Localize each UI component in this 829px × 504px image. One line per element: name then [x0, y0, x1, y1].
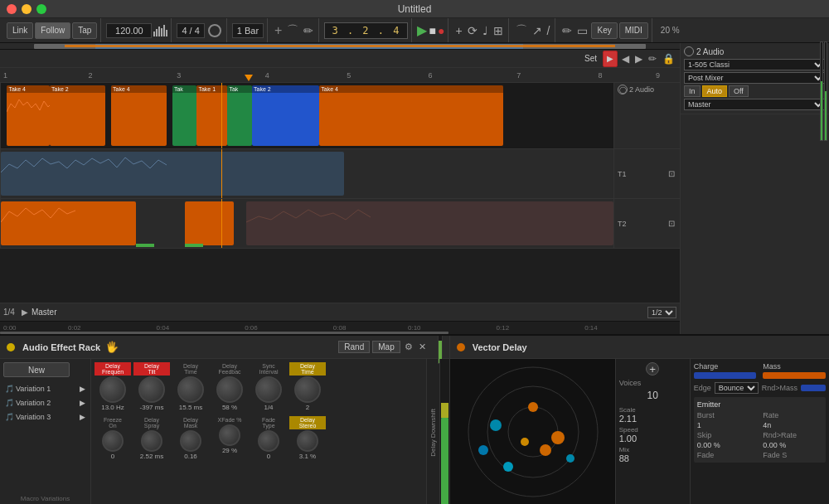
- follow-button[interactable]: Follow: [35, 22, 70, 39]
- key-button[interactable]: Key: [591, 22, 617, 39]
- loop-button[interactable]: ⟳: [466, 24, 479, 37]
- time-signature[interactable]: 4 / 4: [177, 23, 204, 38]
- rnd-mass-bar[interactable]: [801, 385, 826, 391]
- loop-record-button[interactable]: ▶: [603, 51, 618, 67]
- stop-button[interactable]: ■: [429, 24, 435, 37]
- record-button[interactable]: ●: [438, 24, 444, 37]
- loop-length[interactable]: 1 Bar: [232, 23, 264, 38]
- mass-bar[interactable]: [763, 372, 826, 379]
- window-controls[interactable]: [7, 4, 46, 14]
- knob-delay-feedbac: DelayFeedbac 58 %: [211, 362, 248, 411]
- knob-spray-control[interactable]: [141, 430, 162, 452]
- auto-button[interactable]: Auto: [702, 85, 728, 97]
- rand-button[interactable]: Rand: [338, 341, 370, 353]
- scroll-thumb[interactable]: [0, 332, 448, 334]
- bpm-display[interactable]: 120.00: [106, 23, 152, 38]
- pencil-button[interactable]: ✏: [302, 24, 315, 37]
- knob-xfade-control[interactable]: [219, 424, 240, 446]
- add-button[interactable]: +: [273, 23, 284, 38]
- edge-select[interactable]: BounceWrap: [715, 382, 759, 394]
- scroll-left-button[interactable]: ◀: [620, 53, 631, 65]
- grid-select[interactable]: 1/21/4: [647, 307, 676, 318]
- track-clips-t1[interactable]: Take 1: [1, 149, 613, 198]
- clip-take4-1[interactable]: Take 4: [7, 85, 50, 146]
- knob-spray-value: 2.52 ms: [140, 453, 163, 460]
- midi-button[interactable]: MIDI: [619, 22, 648, 39]
- new-macro-button[interactable]: New: [3, 362, 70, 377]
- track-clips-1[interactable]: Take 4 Take 2 Take 4: [1, 83, 613, 148]
- er-header: Audio Effect Rack 🖐 Rand Map ⚙ ✕: [0, 336, 449, 359]
- er-settings[interactable]: ⚙: [403, 341, 414, 353]
- knob-feedbac-control[interactable]: [216, 376, 243, 403]
- knob-stereo-control[interactable]: [297, 430, 318, 452]
- clip-take4-2[interactable]: Take 4: [111, 85, 167, 146]
- clip-take4-3[interactable]: Take 4: [319, 85, 503, 146]
- clip-t2-1[interactable]: [1, 201, 136, 245]
- in-button[interactable]: In: [684, 85, 701, 97]
- preset-dropdown[interactable]: 1-505 Classi: [684, 59, 826, 70]
- effect-rack-title: Audio Effect Rack: [22, 342, 100, 352]
- vd-plus[interactable]: +: [619, 362, 686, 376]
- voices-row: Voices: [619, 379, 686, 387]
- minimize-button[interactable]: [22, 4, 32, 14]
- knob-frequen-control[interactable]: [99, 376, 126, 403]
- play-button[interactable]: ▶: [417, 22, 427, 38]
- add-track-button[interactable]: +: [453, 24, 463, 37]
- curve-button[interactable]: ⌒: [514, 23, 529, 38]
- off-button[interactable]: Off: [729, 85, 749, 97]
- variation-row-1[interactable]: 🎵 Variation 1 ▶: [3, 383, 87, 395]
- clip-t2-2[interactable]: [185, 201, 234, 245]
- scroll-area[interactable]: [0, 332, 680, 334]
- knob-tilt-control[interactable]: [138, 376, 165, 403]
- charge-bar[interactable]: [694, 372, 757, 379]
- knob-time1-control[interactable]: [177, 376, 204, 403]
- t2-mute[interactable]: ⊡: [667, 219, 676, 228]
- post-mixer-dropdown[interactable]: Post Mixer: [684, 72, 826, 84]
- clip-tak-1[interactable]: Tak: [172, 85, 197, 146]
- master-play[interactable]: ▶: [20, 308, 30, 317]
- master-dropdown[interactable]: Master: [684, 99, 826, 110]
- maximize-button[interactable]: [36, 4, 46, 14]
- clip-take2-blue[interactable]: Take 2: [252, 85, 319, 146]
- timeline-ruler[interactable]: 1 2 3 4 5 6 7 8 9: [0, 68, 680, 83]
- loop-bar[interactable]: [0, 43, 680, 50]
- variation-2-label: Variation 2: [16, 399, 51, 407]
- knob-interval-control[interactable]: [255, 376, 282, 403]
- knob-mask-control[interactable]: [180, 430, 201, 452]
- clip-t1-main[interactable]: [1, 152, 344, 196]
- arrow-button[interactable]: ↗: [531, 24, 544, 37]
- t1-mute[interactable]: ⊡: [667, 169, 676, 178]
- grid-button[interactable]: ⊞: [492, 24, 505, 37]
- er-close[interactable]: ✕: [417, 341, 428, 353]
- record-mode-display: [208, 24, 221, 37]
- track-clips-t2[interactable]: Take 2: [1, 199, 613, 248]
- knob-freeze-control[interactable]: [102, 430, 124, 452]
- vd-canvas[interactable]: [450, 359, 616, 504]
- knob-time2-control[interactable]: [294, 376, 321, 403]
- clip-label: Take 1: [196, 85, 227, 93]
- clip-take1-1[interactable]: Take 1: [196, 85, 227, 146]
- lock-button[interactable]: 🔒: [661, 53, 676, 65]
- scroll-right-button[interactable]: ▶: [633, 53, 644, 65]
- line-button[interactable]: /: [545, 24, 552, 37]
- clip-t2-3[interactable]: [246, 201, 613, 245]
- clip-mode-button[interactable]: ⌒: [285, 23, 300, 38]
- ruler-mark-7: 7: [516, 71, 521, 80]
- tap-button[interactable]: Tap: [72, 22, 97, 39]
- knob-fadetype-control[interactable]: [258, 430, 279, 452]
- draw-button[interactable]: ✏: [647, 53, 658, 65]
- select-tool[interactable]: ▭: [575, 24, 589, 37]
- metronome-button[interactable]: ♩: [481, 24, 490, 37]
- add-voice-button[interactable]: +: [646, 362, 659, 376]
- position-display[interactable]: 3 . 2 . 4: [324, 22, 408, 39]
- clip-tak-2[interactable]: Tak: [227, 85, 252, 146]
- clip-take2-1[interactable]: Take 2: [50, 85, 105, 146]
- pencil-tool[interactable]: ✏: [560, 24, 574, 37]
- track-controls-t1: T1 ⊡: [613, 149, 680, 198]
- variation-row-3[interactable]: 🎵 Variation 3 ▶: [3, 411, 87, 423]
- close-button[interactable]: [7, 4, 17, 14]
- variation-row-2[interactable]: 🎵 Variation 2 ▶: [3, 397, 87, 409]
- audio-icon: [684, 46, 694, 56]
- map-button[interactable]: Map: [372, 341, 400, 353]
- link-button[interactable]: Link: [7, 22, 33, 39]
